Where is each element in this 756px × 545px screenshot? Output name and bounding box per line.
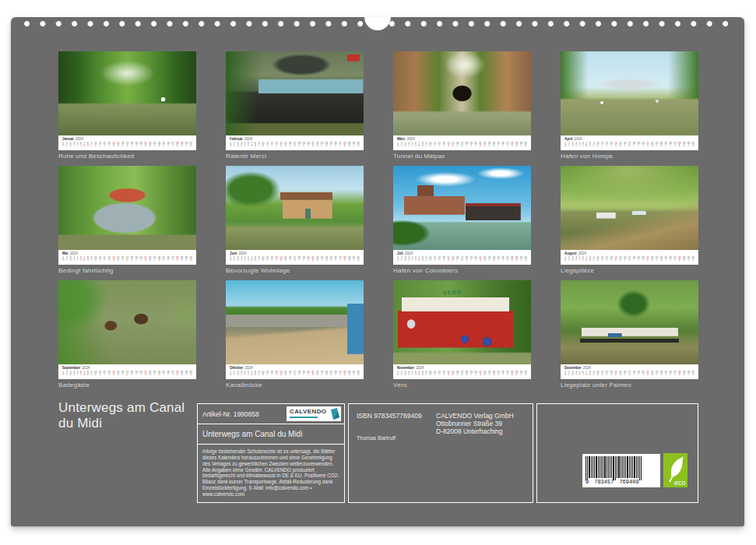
month-year: 2024 (405, 251, 413, 255)
mini-calendar-days: 1M2D3M4D5F6S7S8M9D10M11D12F13S14S15M16D1… (230, 142, 360, 148)
month-year: 2024 (583, 366, 591, 370)
month-year: 2024 (407, 137, 415, 141)
month-label: Oktober 2024 (230, 366, 360, 370)
calvendo-logo-mark-icon (331, 408, 339, 420)
month-label: August 2024 (564, 251, 694, 255)
photo-maerz (393, 51, 531, 135)
month-name: November (397, 366, 414, 370)
month-name: August (564, 251, 577, 255)
isbn-publisher-box: ISBN 9783457769409 CALVENDO Verlag GmbH … (348, 403, 533, 503)
month-cell-august: August 2024 1M2D3M4D5F6S7S8M9D10M11D12F1… (561, 166, 698, 274)
publisher-street: Ottobrunner Straße 39 (436, 420, 514, 427)
month-year: 2024 (83, 366, 90, 370)
month-cell-dezember: Dezember 2024 1M2D3M4D5F6S7S8M9D10M11D12… (561, 280, 698, 389)
month-year: 2024 (70, 251, 78, 255)
mini-calendar-days: 1M2D3M4D5F6S7S8M9D10M11D12F13S14S15M16D1… (564, 257, 694, 262)
month-cell-mai: Mai 2024 1M2D3M4D5F6S7S8M9D10M11D12F13S1… (58, 166, 196, 274)
barcode-digit-group2: 769409 (619, 479, 638, 485)
isbn-number: ISBN 9783457769409 (357, 412, 422, 420)
caption-januar: Ruhe und Beschaulichkeit (58, 153, 196, 160)
photo-juni (226, 166, 364, 250)
barcode-digits: 9 783457 769409 (585, 479, 657, 485)
month-label: Juli 2024 (397, 251, 527, 255)
mini-calendar-maerz: März 2024 1M2D3M4D5F6S7S8M9D10M11D12F13S… (393, 135, 531, 150)
calvendo-logo: CALVENDO (287, 406, 341, 421)
barcode-bars (585, 456, 657, 478)
month-label: Februar 2024 (230, 137, 360, 141)
author-name: Thomas Bartruff (357, 435, 396, 441)
mini-calendar-juli: Juli 2024 1M2D3M4D5F6S7S8M9D10M11D12F13S… (393, 250, 531, 265)
mini-calendar-oktober: Oktober 2024 1M2D3M4D5F6S7S8M9D10M11D12F… (226, 364, 364, 379)
mini-calendar-days: 1M2D3M4D5F6S7S8M9D10M11D12F13S14S15M16D1… (397, 142, 527, 148)
photo-januar (58, 51, 196, 135)
caption-maerz: Tunnel du Malpas (393, 153, 531, 160)
calendar-title-line2: du Midi (58, 416, 185, 431)
mini-calendar-days: 1M2D3M4D5F6S7S8M9D10M11D12F13S14S15M16D1… (397, 257, 527, 262)
photo-dezember (561, 280, 698, 364)
article-number: Artikel-Nr. 1990858 (202, 410, 259, 418)
month-name: Juli (397, 251, 403, 255)
caption-mai: Bedingt fahrtüchtig (58, 267, 196, 274)
month-label: Dezember 2024 (564, 366, 694, 370)
month-cell-november: VÉRO November 2024 1M2D3M4D5F6S7S8M9D10M… (393, 280, 531, 389)
eco-label: eco (674, 479, 686, 487)
product-title-row: Unterwegs am Canal du Midi (198, 424, 344, 445)
caption-februar: Ralentir Merci (226, 153, 364, 160)
mini-calendar-days: 1M2D3M4D5F6S7S8M9D10M11D12F13S14S15M16D1… (564, 142, 694, 148)
boat-name-text: VÉRO (443, 289, 462, 296)
month-year: 2024 (239, 251, 247, 255)
photo-oktober (226, 280, 364, 364)
caption-april: Hafen von Homps (561, 153, 698, 160)
mini-calendar-april: April 2024 1M2D3M4D5F6S7S8M9D10M11D12F13… (561, 135, 698, 150)
publisher-name: CALVENDO Verlag GmbH (436, 412, 514, 420)
caption-oktober: Kanalbrücke (226, 382, 364, 389)
photo-november: VÉRO (393, 280, 531, 364)
caption-dezember: Liegeplatz unter Palmen (561, 382, 698, 389)
mini-calendar-november: November 2024 1M2D3M4D5F6S7S8M9D10M11D12… (393, 364, 531, 379)
mini-calendar-days: 1M2D3M4D5F6S7S8M9D10M11D12F13S14S15M16D1… (230, 257, 360, 262)
month-cell-maerz: März 2024 1M2D3M4D5F6S7S8M9D10M11D12F13S… (393, 51, 531, 160)
photo-april (561, 51, 698, 135)
month-year: 2024 (245, 366, 253, 370)
mini-calendar-days: 1M2D3M4D5F6S7S8M9D10M11D12F13S14S15M16D1… (230, 371, 360, 377)
calvendo-wordmark: CALVENDO (290, 409, 327, 415)
calendar-title: Unterwegs am Canal du Midi (58, 400, 185, 431)
photo-september (58, 280, 196, 364)
month-cell-juli: Juli 2024 1M2D3M4D5F6S7S8M9D10M11D12F13S… (393, 166, 531, 274)
calvendo-logo-text: CALVENDO (290, 409, 327, 418)
month-name: September (62, 366, 80, 370)
barcode-box: 9 783457 769409 eco (536, 403, 698, 503)
photo-mai (58, 166, 196, 250)
mini-calendar-januar: Januar 2024 1M2D3M4D5F6S7S8M9D10M11D12F1… (58, 135, 196, 150)
calendar-title-line1: Unterwegs am Canal (58, 400, 185, 416)
barcode-digit-lead: 9 (585, 479, 589, 485)
month-year: 2024 (416, 366, 424, 370)
caption-juli: Hafen von Colombiers (393, 267, 531, 274)
mini-calendar-august: August 2024 1M2D3M4D5F6S7S8M9D10M11D12F1… (561, 250, 698, 265)
mini-calendar-days: 1M2D3M4D5F6S7S8M9D10M11D12F13S14S15M16D1… (62, 371, 192, 377)
product-info-box: Artikel-Nr. 1990858 CALVENDO Unterwegs a… (197, 403, 345, 503)
barcode-digit-group1: 783457 (594, 479, 614, 485)
month-year: 2024 (244, 137, 252, 141)
mini-calendar-mai: Mai 2024 1M2D3M4D5F6S7S8M9D10M11D12F13S1… (58, 250, 196, 265)
month-cell-september: September 2024 1M2D3M4D5F6S7S8M9D10M11D1… (58, 280, 196, 389)
month-year: 2024 (578, 251, 586, 255)
month-cell-februar: Februar 2024 1M2D3M4D5F6S7S8M9D10M11D12F… (226, 51, 364, 160)
photo-februar (226, 51, 364, 135)
legal-text: Infolge bestehender Schutzrechte ist es … (198, 445, 344, 501)
caption-november: Véro (393, 382, 531, 389)
month-year: 2024 (76, 137, 83, 141)
mini-calendar-dezember: Dezember 2024 1M2D3M4D5F6S7S8M9D10M11D12… (561, 364, 698, 379)
product-title: Unterwegs am Canal du Midi (202, 430, 302, 438)
caption-september: Badegäste (58, 382, 196, 389)
month-label: Juni 2024 (230, 251, 360, 255)
caption-juni: Bevorzugte Wohnlage (226, 267, 364, 274)
month-name: Oktober (230, 366, 243, 370)
month-label: Mai 2024 (62, 251, 192, 255)
month-name: Februar (230, 137, 243, 141)
eco-logo-icon: eco (663, 453, 687, 487)
mini-calendar-days: 1M2D3M4D5F6S7S8M9D10M11D12F13S14S15M16D1… (62, 257, 192, 262)
calvendo-tagline (290, 417, 318, 418)
mini-calendar-days: 1M2D3M4D5F6S7S8M9D10M11D12F13S14S15M16D1… (397, 371, 527, 377)
month-name: April (564, 137, 572, 141)
